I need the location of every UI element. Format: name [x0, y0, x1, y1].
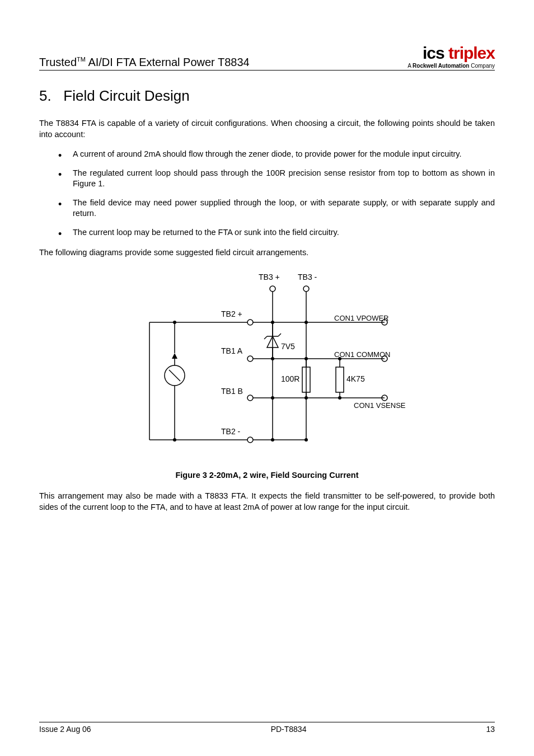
label-tb3-minus: TB3 - [298, 273, 317, 281]
label-tb2-minus: TB2 - [221, 427, 240, 436]
diagram-svg [99, 269, 435, 459]
header-title-prefix: Trusted [39, 56, 77, 68]
svg-point-27 [247, 395, 253, 401]
svg-rect-24 [336, 367, 344, 392]
svg-point-1 [303, 286, 309, 292]
bullet-item: The current loop may be returned to the … [39, 227, 495, 238]
bullet-item: The regulated current loop should pass t… [39, 168, 495, 190]
label-tb2-plus: TB2 + [221, 309, 242, 318]
label-con1-common: CON1 COMMON [334, 350, 390, 359]
section-number: 5. [39, 87, 51, 104]
label-tb1-b: TB1 B [221, 387, 243, 396]
label-tb3-plus: TB3 + [259, 273, 280, 281]
svg-line-17 [264, 336, 267, 339]
page-footer: Issue 2 Aug 06 PD-T8834 13 [39, 722, 495, 734]
logo-main: ics triplex [407, 45, 495, 62]
logo-sub-bold: Rockwell Automation [413, 63, 469, 69]
bullet-list: A current of around 2mA should flow thro… [39, 149, 495, 238]
logo-sub: A Rockwell Automation Company [407, 63, 495, 69]
svg-point-4 [247, 320, 253, 325]
logo: ics triplex A Rockwell Automation Compan… [407, 45, 495, 69]
label-con1-vsense: CON1 VSENSE [354, 401, 405, 410]
logo-black: ics [423, 44, 444, 62]
header-title: TrustedTM AI/DI FTA External Power T8834 [39, 56, 250, 69]
svg-point-31 [271, 396, 274, 400]
section-title: 5. Field Circuit Design [39, 87, 495, 105]
svg-line-18 [278, 334, 281, 336]
label-r-other: 4K75 [346, 374, 365, 383]
header-title-rest: AI/DI FTA External Power T8834 [86, 56, 250, 68]
label-r-sense: 100R [281, 374, 299, 383]
post-bullets-paragraph: The following diagrams provide some sugg… [39, 247, 495, 259]
svg-point-49 [173, 321, 176, 324]
svg-point-36 [271, 438, 274, 442]
footer-right: 13 [486, 725, 495, 734]
svg-marker-44 [172, 353, 177, 359]
label-tb1-a: TB1 A [221, 346, 242, 355]
svg-point-34 [247, 437, 253, 443]
svg-point-0 [270, 286, 275, 292]
bullet-item: A current of around 2mA should flow thro… [39, 149, 495, 160]
label-zener: 7V5 [281, 342, 295, 351]
circuit-diagram: TB3 + TB3 - TB2 + CON1 VPOWER TB1 A 7V5 … [99, 269, 435, 459]
svg-point-33 [338, 396, 341, 400]
logo-sub-suffix: Company [469, 63, 495, 69]
svg-point-50 [173, 438, 176, 442]
page-header: TrustedTM AI/DI FTA External Power T8834… [39, 45, 495, 71]
logo-sub-prefix: A [407, 63, 413, 69]
closing-paragraph: This arrangement may also be made with a… [39, 491, 495, 513]
footer-left: Issue 2 Aug 06 [39, 725, 91, 734]
figure-caption: Figure 3 2-20mA, 2 wire, Field Sourcing … [39, 471, 495, 480]
logo-red: triplex [444, 44, 495, 62]
svg-point-9 [247, 356, 253, 361]
footer-center: PD-T8834 [271, 725, 307, 734]
svg-line-45 [169, 370, 180, 381]
intro-paragraph: The T8834 FTA is capable of a variety of… [39, 118, 495, 140]
label-con1-vpower: CON1 VPOWER [334, 314, 389, 322]
section-heading: Field Circuit Design [63, 87, 189, 104]
bullet-item: The field device may need power supplied… [39, 198, 495, 219]
header-tm: TM [77, 56, 86, 63]
svg-point-8 [305, 321, 308, 324]
